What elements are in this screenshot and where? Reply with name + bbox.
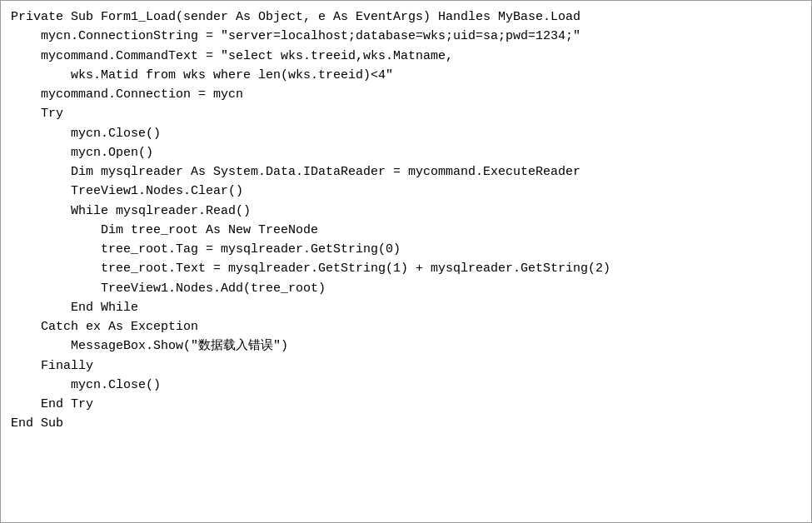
code-line: MessageBox.Show("数据载入错误") — [11, 336, 801, 356]
code-line: End Try — [11, 395, 801, 414]
code-line: Catch ex As Exception — [11, 317, 801, 336]
code-line: TreeView1.Nodes.Clear() — [11, 182, 801, 201]
code-line: Dim tree_root As New TreeNode — [11, 221, 801, 240]
code-line: Private Sub Form1_Load(sender As Object,… — [11, 7, 801, 27]
code-line: While mysqlreader.Read() — [11, 202, 801, 221]
code-line: mycn.ConnectionString = "server=localhos… — [11, 27, 801, 46]
code-line: Try — [11, 104, 801, 123]
code-line: wks.Matid from wks where len(wks.treeid)… — [11, 66, 801, 85]
code-line: tree_root.Tag = mysqlreader.GetString(0) — [11, 240, 801, 259]
code-line: tree_root.Text = mysqlreader.GetString(1… — [11, 259, 801, 278]
code-line: mycn.Close() — [11, 376, 801, 395]
code-line: mycn.Open() — [11, 143, 801, 162]
code-line: Finally — [11, 356, 801, 376]
code-line: mycn.Close() — [11, 124, 801, 143]
code-line: Dim mysqlreader As System.Data.IDataRead… — [11, 162, 801, 182]
code-line: mycommand.CommandText = "select wks.tree… — [11, 47, 801, 66]
code-line: End While — [11, 298, 801, 317]
code-line: TreeView1.Nodes.Add(tree_root) — [11, 279, 801, 298]
code-block: Private Sub Form1_Load(sender As Object,… — [0, 0, 812, 523]
code-line: mycommand.Connection = mycn — [11, 85, 801, 104]
code-line: End Sub — [11, 414, 801, 433]
